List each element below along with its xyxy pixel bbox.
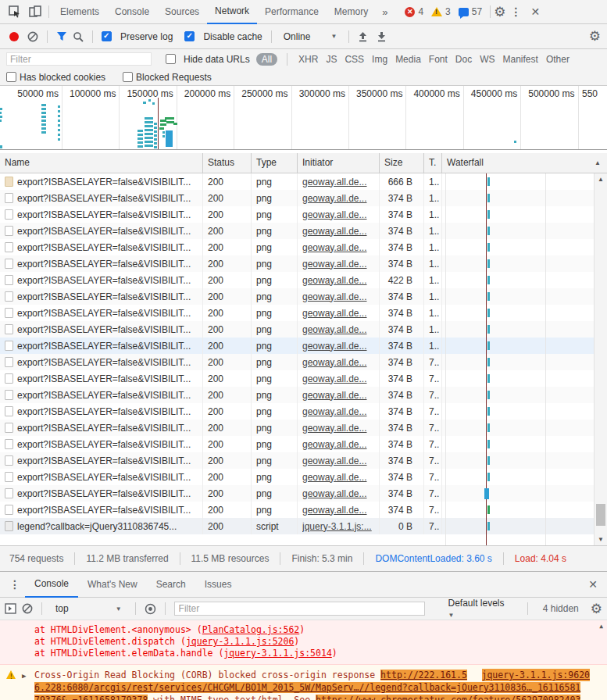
initiator-link[interactable]: geoway.all.de... xyxy=(302,373,367,384)
blocked-requests-checkbox[interactable] xyxy=(123,72,133,82)
close-drawer-icon[interactable]: ✕ xyxy=(584,578,602,591)
request-row[interactable]: export?ISBASELAYER=false&VISIBILIT...200… xyxy=(0,420,607,436)
request-row[interactable]: export?ISBASELAYER=false&VISIBILIT...200… xyxy=(0,173,607,190)
request-row[interactable]: legend?callback=jQuery3110836745...200sc… xyxy=(0,518,607,534)
initiator-link[interactable]: geoway.all.de... xyxy=(302,488,367,499)
request-row[interactable]: export?ISBASELAYER=false&VISIBILIT...200… xyxy=(0,387,607,403)
throttling-dropdown[interactable]: Online▼ xyxy=(280,31,341,42)
initiator-link[interactable]: geoway.all.de... xyxy=(302,308,367,319)
console-source-link[interactable]: jquery-3.1.1.js:9620 xyxy=(482,669,590,681)
initiator-link[interactable]: geoway.all.de... xyxy=(302,193,367,204)
request-row[interactable]: export?ISBASELAYER=false&VISIBILIT...200… xyxy=(0,485,607,502)
initiator-link[interactable]: geoway.all.de... xyxy=(302,209,367,220)
tab-memory[interactable]: Memory xyxy=(327,0,376,24)
close-devtools-icon[interactable]: ✕ xyxy=(526,5,545,18)
filter-type-media[interactable]: Media xyxy=(392,54,424,65)
network-filter-input[interactable] xyxy=(6,52,152,66)
console-scroll-up-arrow[interactable]: ▲ xyxy=(599,623,603,630)
scroll-down-arrow[interactable]: ▼ xyxy=(595,536,607,543)
request-row[interactable]: export?ISBASELAYER=false&VISIBILIT...200… xyxy=(0,206,607,223)
live-expression-eye-icon[interactable] xyxy=(145,603,156,615)
scrollbar-thumb[interactable] xyxy=(596,504,605,526)
error-badge-icon[interactable]: ✕ xyxy=(405,7,415,17)
tab-sources[interactable]: Sources xyxy=(157,0,207,24)
column-header-t[interactable]: T. xyxy=(424,153,442,173)
console-filter-input[interactable] xyxy=(174,602,426,616)
execution-context-dropdown[interactable]: top▼ xyxy=(51,603,127,614)
disable-cache-checkbox[interactable] xyxy=(184,31,195,41)
source-file-link[interactable]: jquery-3.1.1.js:5014 xyxy=(223,648,331,659)
initiator-link[interactable]: geoway.all.de... xyxy=(302,472,367,483)
filter-type-css[interactable]: CSS xyxy=(341,54,367,65)
drawer-tab-what-s-new[interactable]: What's New xyxy=(78,572,147,598)
inspect-element-icon[interactable] xyxy=(7,4,23,20)
initiator-link[interactable]: geoway.all.de... xyxy=(302,324,367,335)
request-row[interactable]: export?ISBASELAYER=false&VISIBILIT...200… xyxy=(0,502,607,518)
request-row[interactable]: export?ISBASELAYER=false&VISIBILIT...200… xyxy=(0,469,607,485)
initiator-link[interactable]: geoway.all.de... xyxy=(302,226,367,237)
drawer-tab-console[interactable]: Console xyxy=(25,572,78,598)
import-har-icon[interactable] xyxy=(358,31,368,42)
record-button[interactable] xyxy=(9,32,19,41)
console-sidebar-toggle-icon[interactable] xyxy=(5,603,16,614)
hidden-messages-count[interactable]: 4 hidden xyxy=(543,603,579,614)
request-row[interactable]: export?ISBASELAYER=false&VISIBILIT...200… xyxy=(0,239,607,255)
error-count[interactable]: 4 xyxy=(418,6,423,17)
initiator-link[interactable]: geoway.all.de... xyxy=(302,357,367,368)
tab-elements[interactable]: Elements xyxy=(52,0,107,24)
request-row[interactable]: export?ISBASELAYER=false&VISIBILIT...200… xyxy=(0,452,607,469)
column-header-waterfall[interactable]: Waterfall▲ xyxy=(442,153,607,173)
filter-type-manifest[interactable]: Manifest xyxy=(500,54,541,65)
column-header-status[interactable]: Status xyxy=(203,153,252,173)
console-settings-gear-icon[interactable]: ⚙ xyxy=(591,602,602,616)
menu-kebab-icon[interactable]: ⋮ xyxy=(505,5,526,18)
initiator-link[interactable]: geoway.all.de... xyxy=(302,406,367,417)
request-row[interactable]: export?ISBASELAYER=false&VISIBILIT...200… xyxy=(0,272,607,288)
request-row[interactable]: export?ISBASELAYER=false&VISIBILIT...200… xyxy=(0,190,607,206)
scroll-up-arrow[interactable]: ▲ xyxy=(595,176,607,183)
filter-type-all[interactable]: All xyxy=(256,53,277,66)
filter-type-js[interactable]: JS xyxy=(323,54,340,65)
tab-network[interactable]: Network xyxy=(207,0,257,24)
request-row[interactable]: export?ISBASELAYER=false&VISIBILIT...200… xyxy=(0,321,607,338)
request-row[interactable]: export?ISBASELAYER=false&VISIBILIT...200… xyxy=(0,288,607,305)
initiator-link[interactable]: geoway.all.de... xyxy=(302,390,367,401)
filter-type-other[interactable]: Other xyxy=(543,54,573,65)
initiator-link[interactable]: geoway.all.de... xyxy=(302,177,367,188)
warning-badge-icon[interactable] xyxy=(431,7,442,16)
request-row[interactable]: export?ISBASELAYER=false&VISIBILIT...200… xyxy=(0,305,607,321)
source-file-link[interactable]: jquery-3.1.1.js:5206 xyxy=(186,636,294,647)
network-overview-timeline[interactable]: 50000 ms100000 ms150000 ms200000 ms25000… xyxy=(0,86,607,150)
initiator-link[interactable]: geoway.all.de... xyxy=(302,275,367,286)
column-header-type[interactable]: Type xyxy=(252,153,298,173)
filter-type-font[interactable]: Font xyxy=(426,54,451,65)
request-row[interactable]: export?ISBASELAYER=false&VISIBILIT...200… xyxy=(0,223,607,239)
initiator-link[interactable]: geoway.all.de... xyxy=(302,259,367,270)
initiator-link[interactable]: geoway.all.de... xyxy=(302,242,367,253)
clear-icon[interactable] xyxy=(27,31,38,42)
message-badge-icon[interactable] xyxy=(459,8,469,16)
table-scrollbar[interactable]: ▲▼ xyxy=(594,173,607,545)
drawer-tab-search[interactable]: Search xyxy=(147,572,195,598)
request-row[interactable]: export?ISBASELAYER=false&VISIBILIT...200… xyxy=(0,255,607,272)
search-icon[interactable] xyxy=(73,31,84,42)
initiator-link[interactable]: geoway.all.de... xyxy=(302,291,367,302)
expand-caret-icon[interactable]: ▶ xyxy=(22,670,26,682)
column-header-initiator[interactable]: Initiator xyxy=(298,153,380,173)
request-row[interactable]: export?ISBASELAYER=false&VISIBILIT...200… xyxy=(0,354,607,370)
tab-performance[interactable]: Performance xyxy=(257,0,327,24)
request-row[interactable]: export?ISBASELAYER=false&VISIBILIT...200… xyxy=(0,403,607,420)
log-levels-dropdown[interactable]: Default levels ▼ xyxy=(448,598,512,620)
hide-data-urls-checkbox[interactable] xyxy=(166,54,176,64)
filter-type-img[interactable]: Img xyxy=(369,54,391,65)
clear-console-icon[interactable] xyxy=(22,603,33,614)
message-count[interactable]: 57 xyxy=(472,6,482,17)
request-row[interactable]: export?ISBASELAYER=false&VISIBILIT...200… xyxy=(0,370,607,387)
filter-type-xhr[interactable]: XHR xyxy=(295,54,321,65)
initiator-link[interactable]: geoway.all.de... xyxy=(302,455,367,466)
initiator-link[interactable]: geoway.all.de... xyxy=(302,341,367,352)
has-blocked-cookies-checkbox[interactable] xyxy=(6,72,16,82)
preserve-log-checkbox[interactable] xyxy=(102,31,112,41)
initiator-link[interactable]: geoway.all.de... xyxy=(302,439,367,450)
warning-count[interactable]: 3 xyxy=(445,6,451,17)
